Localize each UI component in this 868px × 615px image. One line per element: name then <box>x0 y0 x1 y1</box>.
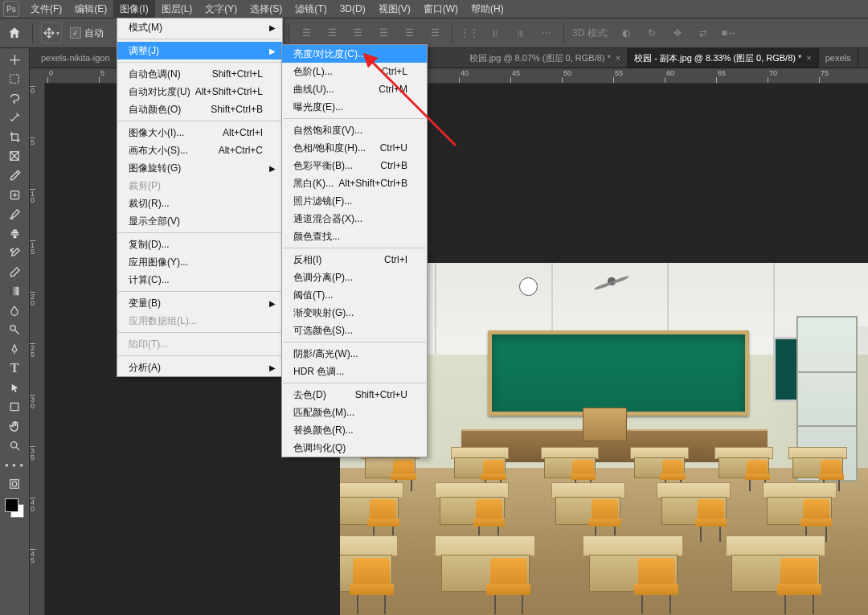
menu-image-size[interactable]: 图像大小(I)...Alt+Ctrl+I <box>117 124 282 141</box>
menu-match-color[interactable]: 匹配颜色(M)... <box>282 404 427 421</box>
doc-tab-3[interactable]: pexels <box>819 48 858 68</box>
distribute-v-icon[interactable]: ⫼ <box>486 24 504 42</box>
menu-duplicate[interactable]: 复制(D)... <box>117 236 282 253</box>
menu-posterize[interactable]: 色调分离(P)... <box>282 269 427 286</box>
menu-image-rotation[interactable]: 图像旋转(G)▶ <box>117 159 282 177</box>
doc-tab-1[interactable]: 校园.jpg @ 8.07% (图层 0, RGB/8) *× <box>463 48 628 68</box>
ruler-vertical[interactable]: 051 01 52 02 53 03 54 04 5 <box>30 83 45 615</box>
menu-black-white[interactable]: 黑白(K)...Alt+Shift+Ctrl+B <box>282 174 427 192</box>
menu-file[interactable]: 文件(F) <box>24 0 68 18</box>
3d-orbit-icon[interactable]: ◐ <box>617 24 635 42</box>
3d-zoom-icon[interactable]: ■↔ <box>720 24 738 42</box>
clone-stamp-tool[interactable] <box>4 224 25 242</box>
menu-variables[interactable]: 变量(B)▶ <box>117 294 282 312</box>
path-select-tool[interactable] <box>4 379 25 396</box>
menu-color-lookup[interactable]: 颜色查找... <box>282 228 427 245</box>
menu-mode[interactable]: 模式(M)▶ <box>117 18 282 36</box>
healing-brush-tool[interactable] <box>4 186 25 203</box>
3d-pan-icon[interactable]: ✥ <box>669 24 686 42</box>
close-icon[interactable]: × <box>806 53 811 63</box>
menu-photo-filter[interactable]: 照片滤镜(F)... <box>282 192 427 210</box>
home-button[interactable] <box>5 23 24 43</box>
menu-view[interactable]: 视图(V) <box>372 0 417 18</box>
move-tool[interactable] <box>4 51 25 68</box>
rectangle-tool[interactable] <box>4 398 25 416</box>
menu-auto-color[interactable]: 自动颜色(O)Shift+Ctrl+B <box>117 100 282 118</box>
menu-auto-contrast[interactable]: 自动对比度(U)Alt+Shift+Ctrl+L <box>117 83 282 100</box>
menu-auto-tone[interactable]: 自动色调(N)Shift+Ctrl+L <box>117 65 282 83</box>
doc-tab-2[interactable]: 校园 - 副本.jpg @ 8.33% (图层 0, RGB/8) *× <box>628 48 818 68</box>
menu-select[interactable]: 选择(S) <box>244 0 289 18</box>
menu-levels[interactable]: 色阶(L)...Ctrl+L <box>282 63 427 80</box>
close-icon[interactable]: × <box>616 53 620 63</box>
align-bottom-icon[interactable]: ☰ <box>426 24 444 42</box>
color-swatch[interactable] <box>5 498 24 518</box>
menu-channel-mixer[interactable]: 通道混合器(X)... <box>282 210 427 228</box>
auto-select-checkbox[interactable]: ✓ 自动 <box>70 27 104 40</box>
menu-replace-color[interactable]: 替换颜色(R)... <box>282 421 427 439</box>
marquee-tool[interactable] <box>4 70 25 88</box>
lasso-tool[interactable] <box>4 89 25 107</box>
menu-filter[interactable]: 滤镜(T) <box>289 0 333 18</box>
menu-reveal-all[interactable]: 显示全部(V) <box>117 212 282 230</box>
crop-tool[interactable] <box>4 128 25 146</box>
type-tool[interactable]: T <box>4 359 25 377</box>
menu-color-balance[interactable]: 色彩平衡(B)...Ctrl+B <box>282 157 427 174</box>
doc-tab-0[interactable]: pexels-nikita-igon <box>30 48 117 68</box>
menu-layer[interactable]: 图层(L) <box>155 0 199 18</box>
menu-apply-image[interactable]: 应用图像(Y)... <box>117 253 282 271</box>
distribute-spacing-icon[interactable]: ⫼ <box>512 24 530 42</box>
magic-wand-tool[interactable] <box>4 109 25 126</box>
menu-window[interactable]: 窗口(W) <box>417 0 465 18</box>
pen-tool[interactable] <box>4 340 25 358</box>
ruler-corner <box>30 68 45 84</box>
menu-desaturate[interactable]: 去色(D)Shift+Ctrl+U <box>282 386 427 404</box>
menu-edit[interactable]: 编辑(E) <box>68 0 113 18</box>
3d-roll-icon[interactable]: ↻ <box>643 24 661 42</box>
menu-equalize[interactable]: 色调均化(Q) <box>282 439 427 457</box>
blur-tool[interactable] <box>4 301 25 319</box>
tool-preset-button[interactable]: ▾ <box>41 23 62 43</box>
menu-gradient-map[interactable]: 渐变映射(G)... <box>282 304 427 322</box>
menu-trim[interactable]: 裁切(R)... <box>117 195 282 212</box>
menu-hdr-toning[interactable]: HDR 色调... <box>282 363 427 380</box>
edit-toolbar-icon[interactable]: ● ● ● <box>4 456 25 474</box>
menu-analysis[interactable]: 分析(A)▶ <box>117 359 282 376</box>
gradient-tool[interactable] <box>4 282 25 300</box>
menu-type[interactable]: 文字(Y) <box>199 0 244 18</box>
menu-canvas-size[interactable]: 画布大小(S)...Alt+Ctrl+C <box>117 141 282 159</box>
hand-tool[interactable] <box>4 417 25 435</box>
frame-tool[interactable] <box>4 147 25 165</box>
menu-invert[interactable]: 反相(I)Ctrl+I <box>282 251 427 269</box>
menu-help[interactable]: 帮助(H) <box>465 0 510 18</box>
distribute-h-icon[interactable]: ⋮⋮ <box>461 24 478 42</box>
menu-threshold[interactable]: 阈值(T)... <box>282 286 427 304</box>
eraser-tool[interactable] <box>4 263 25 281</box>
menu-hue-saturation[interactable]: 色相/饱和度(H)...Ctrl+U <box>282 139 427 157</box>
align-right-icon[interactable]: ☰ <box>349 24 366 42</box>
svg-rect-7 <box>10 480 19 489</box>
align-center-h-icon[interactable]: ☰ <box>323 24 341 42</box>
menu-image[interactable]: 图像(I) <box>113 0 154 18</box>
align-center-v-icon[interactable]: ☰ <box>400 24 418 42</box>
shortcut: Shift+Ctrl+L <box>212 68 263 80</box>
menu-adjustments[interactable]: 调整(J)▶ <box>117 42 282 59</box>
menu-exposure[interactable]: 曝光度(E)... <box>282 98 427 116</box>
menu-calculations[interactable]: 计算(C)... <box>117 271 282 289</box>
align-top-icon[interactable]: ☰ <box>375 24 392 42</box>
more-align-icon[interactable]: ⋯ <box>538 24 555 42</box>
menu-brightness-contrast[interactable]: 亮度/对比度(C)... <box>282 45 427 63</box>
menu-vibrance[interactable]: 自然饱和度(V)... <box>282 121 427 139</box>
history-brush-tool[interactable] <box>4 244 25 261</box>
menu-3d[interactable]: 3D(D) <box>334 1 372 17</box>
menu-curves[interactable]: 曲线(U)...Ctrl+M <box>282 80 427 98</box>
eyedropper-tool[interactable] <box>4 166 25 184</box>
brush-tool[interactable] <box>4 205 25 223</box>
quick-mask-tool[interactable] <box>4 475 25 493</box>
menu-selective-color[interactable]: 可选颜色(S)... <box>282 322 427 339</box>
menu-shadows-highlights[interactable]: 阴影/高光(W)... <box>282 345 427 363</box>
zoom-tool[interactable] <box>4 437 25 454</box>
3d-slide-icon[interactable]: ⇄ <box>694 24 712 42</box>
align-left-icon[interactable]: ☰ <box>297 24 315 42</box>
dodge-tool[interactable] <box>4 321 25 338</box>
